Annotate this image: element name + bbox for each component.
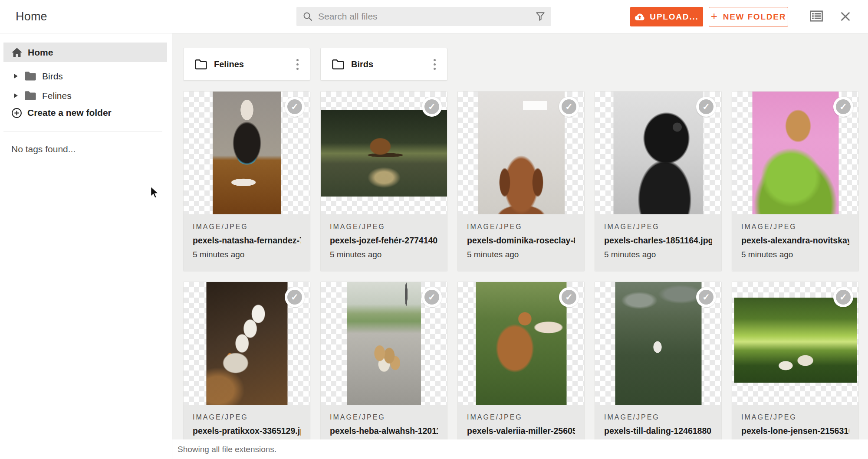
file-mimetype: IMAGE/JPEG [467,223,575,231]
file-meta: IMAGE/JPEG pexels-alexandra-novitskaya-2… [732,214,858,271]
file-thumbnail: ✓ [458,282,584,405]
kebab-menu-icon[interactable] [431,56,438,72]
file-meta: IMAGE/JPEG pexels-jozef-fehér-2774140.jp… [321,214,447,271]
new-folder-button-label: NEW FOLDER [723,12,786,22]
file-thumbnail: ✓ [595,282,721,405]
file-card[interactable]: ✓ IMAGE/JPEG pexels-dominika-roseclay-89… [457,91,585,271]
file-mimetype: IMAGE/JPEG [330,413,438,421]
create-folder-button[interactable]: Create a new folder [11,104,112,121]
folder-card-felines[interactable]: Felines [183,48,310,81]
filter-funnel-icon[interactable] [535,11,546,22]
folder-icon [24,91,36,101]
file-time: 5 minutes ago [604,250,712,259]
sidebar-folder-label: Felines [42,91,72,101]
file-name: pexels-alexandra-novitskaya-2... [741,236,849,246]
file-photo [752,92,838,214]
file-meta: IMAGE/JPEG pexels-dominika-roseclay-8952… [458,214,584,271]
file-photo [734,298,857,383]
file-thumbnail: ✓ [321,282,447,405]
folder-cards-row: Felines Birds [183,48,447,81]
file-card[interactable]: ✓ IMAGE/JPEG pexels-pratikxox-3365129.jp… [183,282,310,459]
file-mimetype: IMAGE/JPEG [467,413,575,421]
folder-outline-icon [194,59,207,70]
file-mimetype: IMAGE/JPEG [604,223,712,231]
file-mimetype: IMAGE/JPEG [330,223,438,231]
file-card[interactable]: ✓ IMAGE/JPEG pexels-till-daling-12461880… [595,282,722,459]
sidebar-divider [3,131,162,131]
folder-icon [24,71,36,81]
search-bar[interactable] [296,7,551,26]
status-bar: Showing all file extensions. [172,439,868,459]
file-time: 5 minutes ago [330,250,438,259]
file-name: pexels-dominika-roseclay-8952... [467,236,575,246]
sidebar-item-birds[interactable]: Birds [0,66,167,86]
header-bar: Home UPLOAD... + NEW FOLDER [0,0,868,33]
file-name: pexels-jozef-fehér-2774140.jpg [330,236,438,246]
file-thumbnail: ✓ [732,282,858,405]
file-name: pexels-valeriia-miller-2560510.... [467,426,575,436]
chevron-right-icon[interactable] [13,93,18,98]
select-check-icon[interactable]: ✓ [285,287,305,307]
new-folder-button[interactable]: + NEW FOLDER [709,7,788,26]
upload-button[interactable]: UPLOAD... [630,7,703,26]
select-check-icon[interactable]: ✓ [422,97,442,117]
file-mimetype: IMAGE/JPEG [604,413,712,421]
file-thumbnail: ✓ [184,282,310,405]
file-card[interactable]: ✓ IMAGE/JPEG pexels-lone-jensen-2156310.… [732,282,859,459]
file-mimetype: IMAGE/JPEG [193,223,301,231]
kebab-menu-icon[interactable] [294,56,301,72]
main-content: Felines Birds ✓ IMAGE/JPEG pexels [172,33,868,459]
chevron-right-icon[interactable] [13,73,18,79]
file-card[interactable]: ✓ IMAGE/JPEG pexels-jozef-fehér-2774140.… [320,91,447,271]
file-thumbnail: ✓ [321,92,447,214]
file-name: pexels-till-daling-12461880.jpg [604,426,712,436]
file-photo [613,92,703,214]
file-photo [320,110,447,197]
file-card[interactable]: ✓ IMAGE/JPEG pexels-natasha-fernandez-73… [183,91,310,271]
file-meta: IMAGE/JPEG pexels-natasha-fernandez-733.… [184,214,310,271]
file-name: pexels-pratikxox-3365129.jpg [193,426,301,436]
file-photo [206,282,287,405]
file-card[interactable]: ✓ IMAGE/JPEG pexels-alexandra-novitskaya… [732,91,859,271]
file-mimetype: IMAGE/JPEG [741,413,849,421]
select-check-icon[interactable]: ✓ [833,97,853,117]
sidebar-item-home[interactable]: Home [3,43,167,62]
select-check-icon[interactable]: ✓ [559,97,579,117]
folder-card-birds[interactable]: Birds [320,48,447,81]
file-photo [347,282,421,405]
file-name: pexels-charles-1851164.jpg [604,236,712,246]
file-thumbnail: ✓ [732,92,858,214]
file-photo [478,92,565,214]
select-check-icon[interactable]: ✓ [696,287,716,307]
file-time: 5 minutes ago [467,250,575,259]
file-mimetype: IMAGE/JPEG [193,413,301,421]
select-check-icon[interactable]: ✓ [422,287,442,307]
select-check-icon[interactable]: ✓ [696,97,716,117]
file-card[interactable]: ✓ IMAGE/JPEG pexels-heba-alwahsh-1201198… [320,282,447,459]
create-folder-label: Create a new folder [27,108,112,118]
search-icon [302,11,313,22]
sidebar: Home Birds Felines Create a new fo [0,33,172,459]
folder-card-label: Birds [351,59,373,69]
file-thumbnail: ✓ [595,92,721,214]
select-check-icon[interactable]: ✓ [559,287,579,307]
plus-icon: + [711,10,718,23]
search-input[interactable] [313,11,551,22]
close-icon[interactable] [839,10,852,23]
file-photo [213,92,281,214]
sidebar-home-label: Home [28,47,53,58]
file-picker-window: Home UPLOAD... + NEW FOLDER [0,0,868,459]
folder-outline-icon [332,59,345,70]
file-card[interactable]: ✓ IMAGE/JPEG pexels-charles-1851164.jpg … [595,91,722,271]
file-photo [476,282,566,405]
select-check-icon[interactable]: ✓ [833,287,853,307]
list-view-toggle-icon[interactable] [810,10,823,22]
upload-button-label: UPLOAD... [650,12,698,22]
select-check-icon[interactable]: ✓ [285,97,305,117]
file-grid-row-1: ✓ IMAGE/JPEG pexels-natasha-fernandez-73… [183,91,859,271]
sidebar-item-felines[interactable]: Felines [0,86,167,105]
cloud-upload-icon [635,13,645,21]
file-name: pexels-lone-jensen-2156310.jpg [741,426,849,436]
file-card[interactable]: ✓ IMAGE/JPEG pexels-valeriia-miller-2560… [457,282,585,459]
file-mimetype: IMAGE/JPEG [741,223,849,231]
